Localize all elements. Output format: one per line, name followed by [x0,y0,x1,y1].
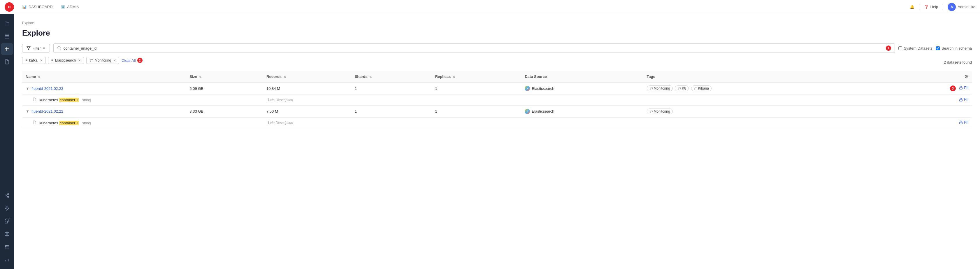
tag-kibana: 🏷Kibana [691,85,711,91]
kafka-remove-button[interactable]: ✕ [40,59,43,62]
field-name: kubernetes.container_i [39,98,79,102]
filter-tags: ≡ kafka ✕ ≡ Elasticsearch ✕ 🏷 Monitoring… [22,57,143,64]
clear-all-button[interactable]: Clear All 2 [122,58,142,63]
sidebar-icon-share[interactable] [1,190,13,201]
nav-admin[interactable]: ⚙️ ADMIN [57,3,83,11]
field-desc-cell-2: ℹ No Description [263,117,887,128]
svg-point-8 [8,194,9,195]
tag-icon: 🏷 [694,86,697,90]
sidebar-icon-doc[interactable] [1,56,13,68]
svg-line-11 [6,196,8,197]
field-highlight-2: container_i [59,121,79,125]
size-sort-icon[interactable]: ⇅ [199,75,201,78]
top-nav-right: 🔔 ❓ Help A AdminLike [910,3,975,11]
tag-icon: 🏷 [649,86,653,90]
table-settings-button[interactable]: ⚙ [964,74,968,79]
table-row: ▼ fluentd-2021.02.22 3.33 GB 7.50 M 1 1 … [22,105,972,117]
clear-all-badge: 2 [137,58,143,63]
svg-rect-2 [5,34,9,38]
dataset-link-2[interactable]: fluentd-2021.02.22 [32,109,63,114]
kafka-icon: ≡ [25,58,27,62]
sidebar-icon-globe[interactable] [1,228,13,240]
filter-button[interactable]: Filter ▼ [22,44,50,53]
tag-icon: 🏷 [678,86,681,90]
nav-dashboard[interactable]: 📊 DASHBOARD [19,3,56,11]
top-nav-items: 📊 DASHBOARD ⚙️ ADMIN [19,3,83,11]
kafka-label: kafka [29,58,38,62]
name-sort-icon[interactable]: ⇅ [38,75,40,78]
shards-sort-icon[interactable]: ⇅ [369,75,372,78]
col-tags: Tags [643,71,887,83]
system-datasets-checkbox[interactable] [898,46,902,50]
datasource-cell: E Elasticsearch [521,83,643,94]
system-datasets-checkbox-label[interactable]: System Datasets [898,46,932,50]
sidebar-icon-chart[interactable] [1,254,13,266]
data-table: Name ⇅ Size ⇅ Records ⇅ Shards ⇅ Replica… [22,71,972,128]
filter-tag-elasticsearch: ≡ Elasticsearch ✕ [48,57,84,64]
monitoring-remove-button[interactable]: ✕ [113,59,116,62]
search-schema-checkbox-label[interactable]: Search in schema [936,46,972,50]
dataset-name-cell-2: ▼ fluentd-2021.02.22 [22,105,186,117]
es-icon: E [525,86,530,91]
search-input[interactable] [64,46,883,50]
results-count: 2 datasets found [944,60,972,64]
pii-badge-field-1[interactable]: PII [959,98,968,101]
size-cell: 5.09 GB [186,83,263,94]
search-icon [57,46,61,51]
elasticsearch-icon: ≡ [51,58,53,62]
records-sort-icon[interactable]: ⇅ [284,75,286,78]
col-replicas: Replicas ⇅ [432,71,521,83]
page-title: Explore [22,29,972,38]
actions-cell-2 [887,105,972,117]
help-link[interactable]: ❓ Help [924,5,938,9]
sidebar-icon-layers[interactable] [1,30,13,42]
svg-line-12 [6,194,8,195]
help-label: Help [931,5,938,9]
svg-line-25 [60,48,61,49]
user-name: AdminLike [958,5,975,9]
clear-all-label: Clear All [122,58,135,63]
action-badge: 3 [950,85,956,91]
sidebar-icon-bolt[interactable] [1,202,13,214]
no-description: No Description [270,98,293,102]
expand-icon[interactable]: ▼ [25,86,29,91]
divider2 [943,4,943,10]
table-row: kubernetes.container_i string ℹ No Descr… [22,94,972,106]
sidebar-icon-settings[interactable] [1,241,13,253]
sidebar-icon-table[interactable] [1,43,13,55]
tag-icon: 🏷 [649,110,653,113]
nav-admin-label: ADMIN [67,5,79,9]
filter-chevron: ▼ [43,47,46,50]
sidebar-icon-folder[interactable] [1,18,13,29]
svg-marker-13 [5,206,9,211]
gear-nav-icon: ⚙️ [60,5,65,9]
toolbar: Filter ▼ 1 System Datasets Search in sch… [22,43,972,53]
records-cell: 10.84 M [263,83,351,94]
search-schema-label: Search in schema [942,46,972,50]
expand-icon-2[interactable]: ▼ [25,109,29,114]
filter-label: Filter [32,46,41,50]
app-logo[interactable] [5,2,14,12]
pii-badge[interactable]: PII [959,86,968,90]
info-icon-2: ℹ [267,120,269,125]
dataset-link[interactable]: fluentd-2021.02.23 [32,86,63,91]
replicas-cell-2: 1 [432,105,521,117]
field-pii-cell-2: PII [887,117,972,128]
user-menu[interactable]: A AdminLike [948,3,975,11]
elasticsearch-logo: E Elasticsearch [525,86,554,91]
field-desc-cell: ℹ No Description [263,94,887,106]
col-size: Size ⇅ [186,71,263,83]
field-name-cell: kubernetes.container_i string [22,94,263,106]
top-nav: 📊 DASHBOARD ⚙️ ADMIN 🔔 ❓ Help A AdminLik… [0,0,980,14]
elasticsearch-remove-button[interactable]: ✕ [78,59,81,62]
replicas-sort-icon[interactable]: ⇅ [453,75,455,78]
tag-monitoring: 🏷Monitoring [647,85,673,91]
filter-tags-row: ≡ kafka ✕ ≡ Elasticsearch ✕ 🏷 Monitoring… [22,57,972,67]
search-schema-checkbox[interactable] [936,46,940,50]
system-datasets-label: System Datasets [904,46,932,50]
field-type-2: string [82,121,91,125]
pii-badge-field-2[interactable]: PII [959,120,968,125]
col-records: Records ⇅ [263,71,351,83]
notification-bell[interactable]: 🔔 [910,5,915,9]
sidebar-icon-puzzle[interactable] [1,215,13,227]
